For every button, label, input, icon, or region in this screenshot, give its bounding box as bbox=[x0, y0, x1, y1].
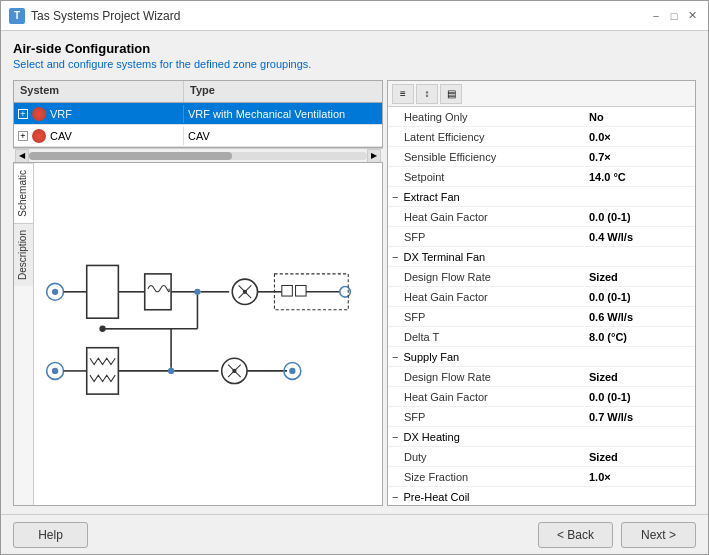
section-toggle-icon[interactable]: − bbox=[392, 491, 398, 503]
toolbar-btn-2[interactable]: ↕ bbox=[416, 84, 438, 104]
prop-value: Sized bbox=[585, 451, 695, 463]
property-row[interactable]: Delta T8.0 (°C) bbox=[388, 327, 695, 347]
maximize-button[interactable]: □ bbox=[666, 8, 682, 24]
prop-value: 1.0× bbox=[585, 471, 695, 483]
scroll-right-btn[interactable]: ▶ bbox=[367, 149, 381, 163]
help-button[interactable]: Help bbox=[13, 522, 88, 548]
prop-name: SFP bbox=[388, 231, 585, 243]
window-controls: − □ ✕ bbox=[648, 8, 700, 24]
property-row[interactable]: Latent Efficiency0.0× bbox=[388, 127, 695, 147]
property-row[interactable]: SFP0.6 W/l/s bbox=[388, 307, 695, 327]
prop-value: 0.6 W/l/s bbox=[585, 311, 695, 323]
expand-cav-icon[interactable]: + bbox=[18, 131, 28, 141]
property-row[interactable]: Heat Gain Factor0.0 (0-1) bbox=[388, 207, 695, 227]
section-toggle-icon[interactable]: − bbox=[392, 431, 398, 443]
prop-name: SFP bbox=[388, 411, 585, 423]
prop-name: Setpoint bbox=[388, 171, 585, 183]
svg-point-13 bbox=[243, 290, 247, 294]
vrf-name: VRF bbox=[50, 108, 72, 120]
prop-value: 0.7 W/l/s bbox=[585, 411, 695, 423]
scrollbar-track[interactable] bbox=[29, 152, 367, 160]
col-system: System bbox=[14, 81, 184, 102]
app-icon: T bbox=[9, 8, 25, 24]
prop-value: 14.0 °C bbox=[585, 171, 695, 183]
property-row[interactable]: Setpoint14.0 °C bbox=[388, 167, 695, 187]
scroll-left-btn[interactable]: ◀ bbox=[15, 149, 29, 163]
prop-name: SFP bbox=[388, 311, 585, 323]
properties-list[interactable]: Heating OnlyNoLatent Efficiency0.0×Sensi… bbox=[388, 107, 695, 505]
table-row[interactable]: + CAV CAV bbox=[14, 125, 382, 147]
property-row[interactable]: Design Flow RateSized bbox=[388, 267, 695, 287]
main-window: T Tas Systems Project Wizard − □ ✕ Air-s… bbox=[0, 0, 709, 555]
svg-point-38 bbox=[99, 326, 105, 332]
schematic-canvas bbox=[34, 163, 382, 505]
svg-rect-0 bbox=[34, 234, 382, 434]
left-panel: System Type + VRF VRF with Mechanical Ve… bbox=[13, 80, 383, 506]
prop-value: 0.7× bbox=[585, 151, 695, 163]
section-toggle-icon[interactable]: − bbox=[392, 191, 398, 203]
prop-name: Heating Only bbox=[388, 111, 585, 123]
prop-name: − Supply Fan bbox=[388, 351, 585, 363]
prop-name: Heat Gain Factor bbox=[388, 391, 585, 403]
property-row[interactable]: Size Fraction1.0× bbox=[388, 467, 695, 487]
property-row[interactable]: Heating OnlyNo bbox=[388, 107, 695, 127]
right-panel: ≡ ↕ ▤ Heating OnlyNoLatent Efficiency0.0… bbox=[387, 80, 696, 506]
page-subtitle: Select and configure systems for the def… bbox=[13, 58, 696, 70]
table-row[interactable]: + VRF VRF with Mechanical Ventilation bbox=[14, 103, 382, 125]
section-toggle-icon[interactable]: − bbox=[392, 251, 398, 263]
prop-name: Sensible Efficiency bbox=[388, 151, 585, 163]
scrollbar-thumb bbox=[29, 152, 232, 160]
property-row[interactable]: − Pre-Heat Coil bbox=[388, 487, 695, 505]
svg-point-34 bbox=[232, 369, 236, 373]
row-system-cell: + CAV bbox=[14, 127, 184, 145]
svg-point-37 bbox=[289, 368, 295, 374]
property-row[interactable]: Design Flow RateSized bbox=[388, 367, 695, 387]
property-row[interactable]: − Supply Fan bbox=[388, 347, 695, 367]
svg-point-23 bbox=[52, 368, 58, 374]
expand-vrf-icon[interactable]: + bbox=[18, 109, 28, 119]
right-panel-inner: Heating OnlyNoLatent Efficiency0.0×Sensi… bbox=[388, 107, 695, 505]
description-tab[interactable]: Description bbox=[14, 223, 33, 286]
property-row[interactable]: Heat Gain Factor0.0 (0-1) bbox=[388, 287, 695, 307]
svg-point-27 bbox=[168, 368, 174, 374]
cav-type: CAV bbox=[188, 130, 210, 142]
toolbar-btn-1[interactable]: ≡ bbox=[392, 84, 414, 104]
property-row[interactable]: SFP0.4 W/l/s bbox=[388, 227, 695, 247]
prop-name: Design Flow Rate bbox=[388, 271, 585, 283]
back-button[interactable]: < Back bbox=[538, 522, 613, 548]
cav-icon bbox=[32, 129, 46, 143]
row-system-cell: + VRF bbox=[14, 105, 184, 123]
prop-value: 0.0× bbox=[585, 131, 695, 143]
right-toolbar: ≡ ↕ ▤ bbox=[388, 81, 695, 107]
next-button[interactable]: Next > bbox=[621, 522, 696, 548]
svg-point-8 bbox=[194, 289, 200, 295]
property-row[interactable]: − DX Terminal Fan bbox=[388, 247, 695, 267]
prop-name: Latent Efficiency bbox=[388, 131, 585, 143]
property-row[interactable]: DutySized bbox=[388, 447, 695, 467]
close-button[interactable]: ✕ bbox=[684, 8, 700, 24]
section-toggle-icon[interactable]: − bbox=[392, 351, 398, 363]
property-row[interactable]: SFP0.7 W/l/s bbox=[388, 407, 695, 427]
prop-value: No bbox=[585, 111, 695, 123]
property-row[interactable]: − Extract Fan bbox=[388, 187, 695, 207]
prop-name: Heat Gain Factor bbox=[388, 291, 585, 303]
prop-value: 0.0 (0-1) bbox=[585, 291, 695, 303]
horizontal-scrollbar[interactable]: ◀ ▶ bbox=[13, 148, 383, 162]
minimize-button[interactable]: − bbox=[648, 8, 664, 24]
col-type: Type bbox=[184, 81, 382, 102]
property-row[interactable]: Heat Gain Factor0.0 (0-1) bbox=[388, 387, 695, 407]
prop-name: Size Fraction bbox=[388, 471, 585, 483]
prop-name: Delta T bbox=[388, 331, 585, 343]
prop-value: Sized bbox=[585, 271, 695, 283]
schematic-tab[interactable]: Schematic bbox=[14, 163, 33, 223]
table-header: System Type bbox=[14, 81, 382, 103]
toolbar-btn-3[interactable]: ▤ bbox=[440, 84, 462, 104]
prop-name: Heat Gain Factor bbox=[388, 211, 585, 223]
prop-value: 0.0 (0-1) bbox=[585, 391, 695, 403]
property-row[interactable]: Sensible Efficiency0.7× bbox=[388, 147, 695, 167]
systems-table: System Type + VRF VRF with Mechanical Ve… bbox=[13, 80, 383, 148]
svg-point-2 bbox=[52, 289, 58, 295]
schematic-area: Schematic Description bbox=[13, 162, 383, 506]
row-type-cell: VRF with Mechanical Ventilation bbox=[184, 106, 382, 122]
property-row[interactable]: − DX Heating bbox=[388, 427, 695, 447]
